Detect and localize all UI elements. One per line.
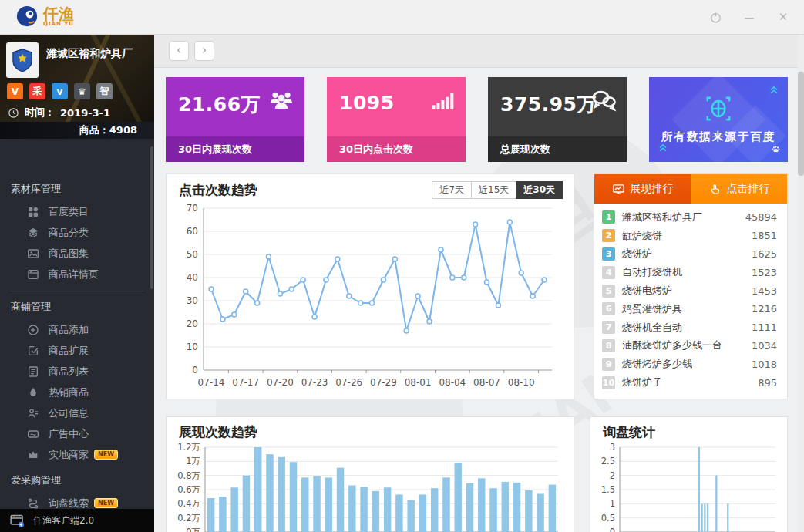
rank-tab-1[interactable]: 点击排行 (691, 174, 787, 204)
ranking-panel: 展现排行点击排行 1潍城区裕和炉具厂458942缸炉烧饼18513烧饼炉1625… (594, 173, 788, 399)
rank-keyword: 缸炉烧饼 (622, 229, 752, 243)
rank-value: 1453 (752, 285, 777, 297)
sidebar: 潍城区裕和炉具厂 V采v♛智 时间： 2019-3-1 商品：4908 素材库管… (0, 35, 154, 532)
sidebar-item-1-0[interactable]: 商品添加 (0, 319, 154, 340)
sidebar-item-1-1[interactable]: 商品扩展 (0, 340, 154, 361)
sidebar-scrollbar-thumb[interactable] (150, 146, 153, 289)
page-icon (27, 268, 39, 281)
svg-text:08-01: 08-01 (405, 377, 432, 388)
rank-number-badge: 6 (602, 302, 615, 315)
rank-keyword: 油酥烧饼炉多少钱一台 (622, 338, 752, 352)
svg-text:0.4万: 0.4万 (177, 498, 200, 509)
sidebar-item-label: 广告中心 (49, 427, 89, 441)
main-scrollbar-thumb[interactable] (798, 72, 804, 176)
svg-text:20: 20 (187, 318, 198, 329)
dashboard-content: 21.66万30日内展现次数109530日内点击次数375.95万总展现次数所有… (166, 69, 788, 532)
rank-number-badge: 8 (602, 339, 615, 352)
menu-section-title: 爱采购管理 (0, 465, 154, 493)
svg-text:60: 60 (187, 226, 198, 237)
rank-value: 1034 (752, 340, 777, 352)
theme-button[interactable] (708, 10, 722, 24)
ranking-list: 1潍城区裕和炉具厂458942缸炉烧饼18513烧饼炉16254自动打烧饼机15… (594, 204, 787, 392)
sidebar-item-0-3[interactable]: 商品详情页 (0, 264, 154, 285)
rank-number-badge: 2 (602, 229, 615, 242)
svg-text:08-04: 08-04 (439, 377, 466, 388)
svg-text:0万: 0万 (186, 527, 200, 532)
company-shield-icon (6, 42, 39, 78)
baidu-source-banner[interactable]: 所有数据来源于百度 (649, 77, 788, 162)
rank-number-badge: 4 (602, 266, 615, 279)
close-button[interactable]: ✕ (776, 10, 790, 24)
rank-keyword: 烧饼烤炉多少钱 (622, 357, 752, 371)
range-button-近7天[interactable]: 近7天 (432, 181, 472, 199)
menu-section-title: 商铺管理 (0, 291, 154, 319)
svg-text:0.6万: 0.6万 (177, 484, 200, 495)
sidebar-item-1-6[interactable]: 实地商家NEW (0, 444, 154, 465)
close-icon: ✕ (779, 10, 789, 24)
range-button-近30天[interactable]: 近30天 (516, 181, 563, 199)
fish-logo-icon (15, 5, 39, 28)
sidebar-item-1-3[interactable]: 热销商品 (0, 382, 154, 402)
svg-text:70: 70 (187, 203, 198, 214)
rank-row: 7烧饼机全自动1111 (602, 318, 777, 337)
svg-text:50: 50 (187, 249, 198, 260)
svg-text:07-23: 07-23 (301, 377, 328, 388)
app-name-sub: QIAN YU (43, 21, 74, 27)
signal-bars-icon (429, 87, 456, 113)
rank-number-badge: 10 (602, 376, 615, 389)
svg-text:0.2万: 0.2万 (177, 513, 200, 524)
rank-tab-0[interactable]: 展现排行 (594, 174, 691, 204)
sidebar-item-0-0[interactable]: 百度类目 (0, 201, 154, 222)
sidebar-item-0-1[interactable]: 商品分类 (0, 222, 154, 243)
impression-trend-bar-chart: 0万0.2万0.4万0.6万0.8万1万1.2万 (173, 443, 569, 532)
stat-label: 30日内展现次数 (166, 136, 304, 162)
rank-number-badge: 1 (602, 210, 615, 224)
client-version-label: 仟渔客户端2.0 (33, 514, 94, 527)
rank-value: 895 (758, 377, 777, 389)
svg-text:07-14: 07-14 (198, 377, 225, 388)
image-icon (27, 247, 39, 260)
svg-text:07-29: 07-29 (370, 377, 397, 388)
crown-icon (27, 449, 39, 461)
sidebar-item-1-2[interactable]: 商品列表 (0, 361, 154, 382)
back-button[interactable]: ‹ (169, 41, 189, 61)
inquiry-stats-title: 询盘统计 (590, 423, 787, 441)
company-name: 潍城区裕和炉具厂 (46, 47, 133, 61)
chat-bubbles-icon (590, 87, 617, 113)
main-scrollbar-track[interactable] (798, 35, 804, 532)
rank-number-badge: 3 (602, 247, 615, 261)
svg-text:1.2万: 1.2万 (177, 443, 200, 453)
sidebar-item-1-4[interactable]: 公司信息 (0, 402, 154, 423)
rank-keyword: 烧饼电烤炉 (622, 284, 752, 298)
expand-check-icon (27, 345, 39, 357)
svg-text:1.5: 1.5 (601, 484, 615, 495)
minimize-button[interactable]: — (742, 10, 756, 24)
forward-button[interactable]: › (194, 41, 214, 61)
sidebar-item-0-2[interactable]: 商品图集 (0, 243, 154, 264)
rank-number-badge: 5 (602, 285, 615, 298)
rank-row: 4自动打烧饼机1523 (602, 263, 777, 281)
sidebar-item-label: 公司信息 (49, 406, 89, 420)
svg-text:07-26: 07-26 (335, 377, 362, 388)
rank-row: 3烧饼炉1625 (602, 245, 777, 264)
rank-value: 1523 (752, 267, 777, 278)
range-button-近15天[interactable]: 近15天 (471, 181, 516, 199)
time-value: 2019-3-1 (60, 107, 110, 119)
sidebar-item-label: 商品详情页 (49, 268, 99, 281)
svg-text:1: 1 (610, 498, 615, 509)
titlebar: 仟渔 QIAN YU —✕ (0, 0, 804, 35)
power-icon (709, 11, 722, 24)
menu-section-title: 素材库管理 (0, 173, 154, 201)
new-badge: NEW (94, 450, 118, 460)
sidebar-item-2-0[interactable]: 询盘线索NEW (0, 493, 154, 509)
rank-tab-label: 点击排行 (727, 182, 770, 196)
svg-text:0.5: 0.5 (601, 513, 615, 524)
stat-card-2: 375.95万总展现次数 (488, 77, 627, 162)
rank-row: 10烧饼炉子895 (602, 373, 777, 392)
impression-trend-panel: 展现次数趋势 0万0.2万0.4万0.6万0.8万1万1.2万 (166, 416, 574, 532)
sidebar-item-1-5[interactable]: 广告中心 (0, 423, 154, 444)
impression-trend-title: 展现次数趋势 (167, 423, 574, 441)
monitor-chart-icon (612, 183, 625, 196)
double-chevron-up-icon (768, 83, 780, 96)
list-doc-icon (27, 365, 39, 378)
